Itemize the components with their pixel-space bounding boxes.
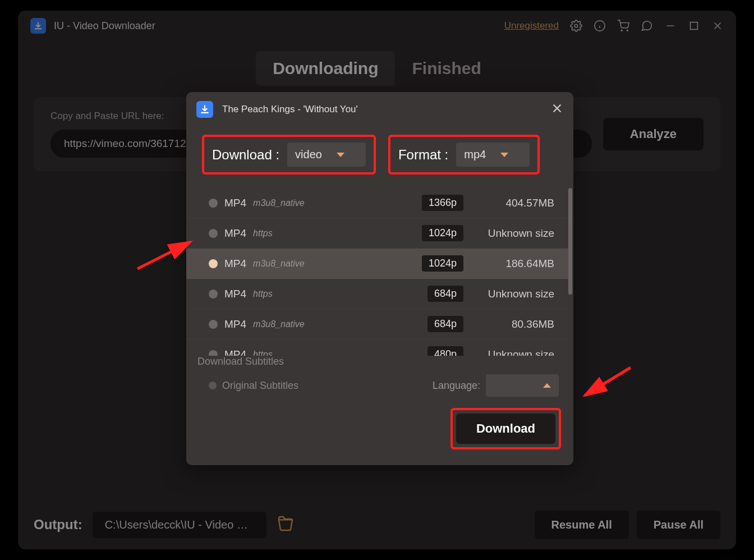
chevron-down-icon	[500, 153, 508, 157]
format-select[interactable]: mp4	[456, 143, 530, 167]
original-subtitles-radio[interactable]	[209, 382, 217, 389]
format-option-row[interactable]: MP4 m3u8_native 1024p 186.64MB	[186, 249, 569, 279]
option-radio[interactable]	[209, 320, 218, 329]
option-size: Unknown size	[470, 288, 554, 300]
option-resolution: 684p	[427, 286, 463, 302]
annotation-arrow-right	[579, 363, 635, 405]
option-source: https	[253, 289, 273, 299]
language-label: Language:	[433, 380, 480, 392]
option-size: 404.57MB	[470, 197, 554, 209]
dialog-selects: Download : video Format : mp4	[186, 127, 573, 188]
format-option-row[interactable]: MP4 https 1024p Unknown size	[186, 218, 569, 249]
option-size: Unknown size	[470, 227, 554, 240]
option-resolution: 480p	[427, 346, 463, 356]
option-source: https	[253, 350, 273, 356]
option-radio[interactable]	[209, 350, 218, 356]
option-size: 80.36MB	[470, 318, 554, 331]
option-resolution: 684p	[427, 316, 463, 332]
option-radio[interactable]	[209, 199, 218, 208]
option-radio[interactable]	[209, 229, 218, 238]
option-source: m3u8_native	[253, 319, 305, 329]
option-format: MP4	[224, 227, 246, 240]
language-select[interactable]	[486, 374, 559, 397]
format-option-row[interactable]: MP4 https 480p Unknown size	[186, 339, 569, 356]
option-format: MP4	[224, 258, 246, 270]
download-button-highlight: Download	[450, 408, 561, 449]
original-subtitles-label: Original Subtitles	[222, 380, 298, 392]
option-format: MP4	[224, 318, 246, 331]
download-dialog: The Peach Kings - 'Without You' Download…	[186, 92, 573, 465]
option-source: m3u8_native	[253, 198, 305, 208]
download-type-group: Download : video	[202, 135, 376, 175]
format-option-row[interactable]: MP4 https 684p Unknown size	[186, 279, 569, 309]
chevron-up-icon	[543, 383, 551, 388]
subtitles-section: Download Subtitles Original Subtitles La…	[186, 356, 573, 399]
download-button[interactable]: Download	[456, 414, 555, 444]
dialog-close-icon[interactable]	[551, 102, 563, 117]
format-group: Format : mp4	[388, 135, 540, 175]
chevron-down-icon	[337, 153, 344, 157]
option-size: Unknown size	[470, 348, 554, 356]
option-source: https	[253, 228, 273, 238]
option-format: MP4	[224, 288, 246, 300]
option-radio[interactable]	[209, 259, 218, 268]
dialog-app-icon	[196, 101, 213, 118]
option-format: MP4	[224, 197, 246, 209]
option-format: MP4	[224, 348, 246, 356]
options-list[interactable]: MP4 m3u8_native 1366p 404.57MB MP4 https…	[186, 188, 573, 356]
format-option-row[interactable]: MP4 m3u8_native 684p 80.36MB	[186, 309, 569, 339]
option-resolution: 1024p	[422, 255, 463, 272]
app-window: IU - Video Downloader Unregistered Downl…	[18, 11, 736, 549]
scrollbar[interactable]	[568, 188, 572, 295]
download-type-select[interactable]: video	[287, 143, 366, 167]
subtitles-row: Original Subtitles Language:	[197, 372, 559, 399]
subtitles-title: Download Subtitles	[197, 356, 559, 368]
format-label: Format :	[398, 147, 448, 163]
dialog-header: The Peach Kings - 'Without You'	[186, 92, 573, 127]
option-resolution: 1366p	[422, 195, 463, 211]
dialog-title: The Peach Kings - 'Without You'	[222, 104, 542, 115]
download-type-label: Download :	[212, 147, 279, 163]
annotation-arrow-left	[135, 235, 196, 277]
svg-line-12	[137, 242, 191, 269]
option-source: m3u8_native	[253, 259, 305, 269]
svg-line-13	[585, 368, 631, 396]
option-size: 186.64MB	[470, 258, 554, 270]
format-option-row[interactable]: MP4 m3u8_native 1366p 404.57MB	[186, 188, 569, 218]
option-resolution: 1024p	[422, 225, 463, 241]
option-radio[interactable]	[209, 290, 218, 299]
dialog-footer: Download	[186, 399, 573, 465]
